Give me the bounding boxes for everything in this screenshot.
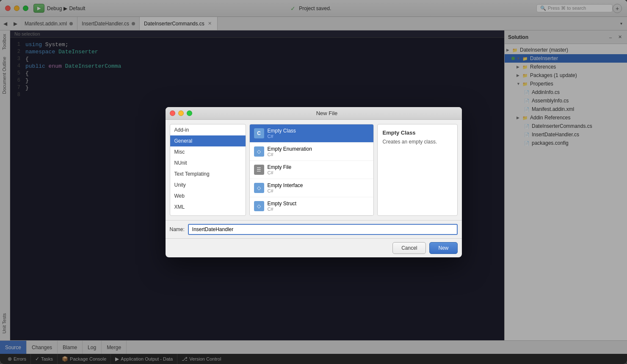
dialog-title: New File bbox=[196, 110, 458, 116]
template-sub: C# bbox=[268, 152, 312, 157]
dialog-title-bar: New File bbox=[166, 107, 462, 120]
description-panel: Empty Class Creates an empty class. bbox=[377, 124, 458, 216]
dialog-window-controls bbox=[170, 110, 192, 116]
template-empty-struct[interactable]: ◇ Empty Struct C# bbox=[250, 197, 373, 215]
name-row: Name: bbox=[166, 220, 462, 238]
cancel-button[interactable]: Cancel bbox=[392, 242, 426, 254]
name-label: Name: bbox=[170, 226, 185, 232]
template-name: Empty Interface bbox=[268, 182, 303, 188]
category-panel: Add-in General Misc NUnit Text Templatin… bbox=[170, 124, 246, 216]
file-template-icon: ☰ bbox=[254, 165, 264, 175]
struct-icon: ◇ bbox=[254, 201, 264, 211]
dialog-minimize-btn[interactable] bbox=[178, 110, 184, 116]
category-nunit[interactable]: NUnit bbox=[170, 157, 246, 168]
class-icon: C bbox=[254, 128, 264, 138]
category-text-templating[interactable]: Text Templating bbox=[170, 168, 246, 179]
category-misc[interactable]: Misc bbox=[170, 146, 246, 157]
enum-icon: ◇ bbox=[254, 146, 264, 157]
category-web[interactable]: Web bbox=[170, 190, 246, 201]
template-name: Empty Class bbox=[268, 128, 296, 134]
template-empty-class[interactable]: C Empty Class C# bbox=[250, 124, 373, 143]
category-xml[interactable]: XML bbox=[170, 201, 246, 212]
dialog-buttons: Cancel New bbox=[166, 238, 462, 257]
template-panel: C Empty Class C# ◇ Empty Enumeration C# bbox=[249, 124, 374, 216]
category-unity[interactable]: Unity bbox=[170, 179, 246, 190]
template-name: Empty Enumeration bbox=[268, 146, 312, 152]
dialog-close-btn[interactable] bbox=[170, 110, 175, 116]
template-sub: C# bbox=[268, 207, 297, 212]
template-empty-interface[interactable]: ◇ Empty Interface C# bbox=[250, 179, 373, 197]
dialog-body: Add-in General Misc NUnit Text Templatin… bbox=[166, 120, 462, 220]
main-window: ▶ Debug ▶ Default ✓ Project saved. 🔍 Pre… bbox=[0, 0, 627, 364]
category-addin[interactable]: Add-in bbox=[170, 124, 246, 135]
interface-icon: ◇ bbox=[254, 183, 264, 193]
dialog-maximize-btn[interactable] bbox=[187, 110, 192, 116]
selected-template-title: Empty Class bbox=[383, 130, 452, 136]
template-sub: C# bbox=[268, 188, 303, 193]
template-sub: C# bbox=[268, 170, 292, 175]
name-input[interactable] bbox=[188, 224, 458, 235]
template-empty-file[interactable]: ☰ Empty File C# bbox=[250, 161, 373, 179]
template-name: Empty Struct bbox=[268, 201, 297, 207]
new-file-dialog: New File Add-in General Misc NUnit Text … bbox=[166, 107, 462, 257]
template-empty-enumeration[interactable]: ◇ Empty Enumeration C# bbox=[250, 143, 373, 161]
selected-template-desc: Creates an empty class. bbox=[383, 138, 452, 146]
new-button[interactable]: New bbox=[429, 242, 457, 254]
template-sub: C# bbox=[268, 134, 296, 139]
category-general[interactable]: General bbox=[170, 135, 246, 146]
template-name: Empty File bbox=[268, 164, 292, 170]
modal-overlay: New File Add-in General Misc NUnit Text … bbox=[0, 0, 627, 364]
